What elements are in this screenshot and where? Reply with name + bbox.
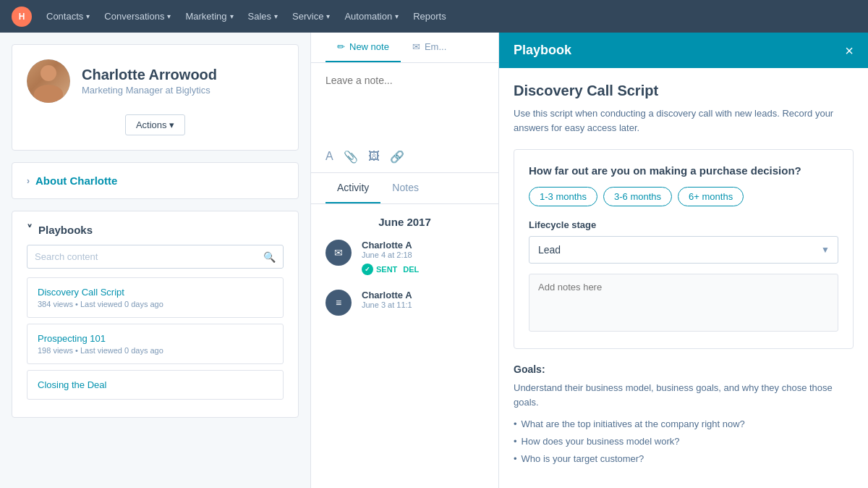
contact-info: Charlotte Arrowood Marketing Manager at … [82, 67, 217, 96]
about-section[interactable]: › About Charlotte [12, 162, 299, 199]
question-card: How far out are you on making a purchase… [514, 149, 854, 349]
link-icon[interactable]: 🔗 [390, 150, 404, 164]
tab-activity[interactable]: Activity [326, 173, 380, 203]
lifecycle-select[interactable]: Lead Subscriber Marketing Qualified Lead… [529, 236, 838, 264]
goals-section: Goals: Understand their business model, … [514, 363, 854, 466]
playbook-header: Playbook × [499, 33, 868, 68]
nav-marketing[interactable]: Marketing ▾ [185, 11, 233, 22]
contact-title: Marketing Manager at Biglytics [82, 85, 217, 96]
top-navigation: H Contacts ▾ Conversations ▾ Marketing ▾… [0, 0, 868, 33]
nav-sales[interactable]: Sales ▾ [248, 11, 278, 22]
playbook-title: Prospecting 101 [38, 333, 273, 344]
playbook-body: Discovery Call Script Use this script wh… [499, 68, 868, 488]
playbook-meta: 384 views • Last viewed 0 days ago [38, 300, 273, 308]
note-toolbar: A 📎 🖼 🔗 [311, 150, 498, 173]
text-format-icon[interactable]: A [326, 150, 333, 164]
avatar-image [27, 59, 70, 103]
contact-header: Charlotte Arrowood Marketing Manager at … [27, 59, 284, 103]
chevron-down-icon: ▾ [395, 12, 399, 20]
close-button[interactable]: × [845, 43, 854, 58]
attach-icon[interactable]: 📎 [344, 150, 358, 164]
list-item[interactable]: Discovery Call Script 384 views • Last v… [27, 277, 284, 318]
bullet-item: • Who is your target customer? [514, 453, 854, 466]
note-area [311, 63, 498, 150]
avatar [27, 59, 70, 103]
about-section-title[interactable]: › About Charlotte [27, 174, 284, 187]
email-activity-icon: ✉ [326, 240, 352, 266]
bullet-item: • What are the top initiatives at the co… [514, 418, 854, 431]
tab-notes[interactable]: Notes [380, 173, 430, 203]
list-item[interactable]: Prospecting 101 198 views • Last viewed … [27, 324, 284, 364]
middle-panel: ✏ New note ✉ Em... A 📎 🖼 🔗 Activity Note… [311, 33, 499, 488]
chevron-down-icon: ▾ [274, 12, 278, 20]
tab-new-note[interactable]: ✏ New note [326, 33, 401, 62]
actions-area: Actions ▾ [27, 114, 284, 135]
activity-feed: ✉ Charlotte A June 4 at 2:18 SENT DEL ≡ … [311, 240, 498, 316]
activity-month: June 2017 [311, 204, 498, 240]
contact-name: Charlotte Arrowood [82, 67, 217, 83]
nav-contacts[interactable]: Contacts ▾ [46, 11, 90, 22]
goals-title: Goals: [514, 363, 854, 375]
activity-content: Charlotte A June 3 at 11:1 [362, 290, 484, 316]
nav-automation[interactable]: Automation ▾ [344, 11, 399, 22]
goals-description: Understand their business model, busines… [514, 381, 854, 409]
left-sidebar: Charlotte Arrowood Marketing Manager at … [0, 33, 311, 488]
search-input[interactable] [35, 245, 263, 268]
playbook-header-title: Playbook [514, 43, 571, 58]
playbook-title: Discovery Call Script [514, 83, 854, 99]
activity-contact-name: Charlotte A [362, 240, 484, 251]
chevron-down-icon: ▾ [86, 12, 90, 20]
playbook-panel: Playbook × Discovery Call Script Use thi… [499, 33, 868, 488]
hubspot-logo[interactable]: H [12, 7, 32, 27]
option-6-plus-months[interactable]: 6+ months [678, 187, 744, 206]
bullet-item: • How does your business model work? [514, 435, 854, 448]
actions-button[interactable]: Actions ▾ [125, 114, 185, 135]
search-box[interactable]: 🔍 [27, 245, 284, 269]
playbooks-section: ˅ Playbooks 🔍 Discovery Call Script 384 … [12, 211, 299, 418]
notes-textarea[interactable] [529, 274, 838, 332]
option-3-6-months[interactable]: 3-6 months [603, 187, 672, 206]
activity-content: Charlotte A June 4 at 2:18 SENT DEL [362, 240, 484, 275]
playbook-title: Discovery Call Script [38, 287, 273, 298]
note-tabs: ✏ New note ✉ Em... [311, 33, 498, 63]
lifecycle-select-wrapper: Lead Subscriber Marketing Qualified Lead… [529, 236, 838, 264]
pencil-icon: ✏ [337, 41, 345, 52]
activity-contact-name: Charlotte A [362, 290, 484, 300]
image-icon[interactable]: 🖼 [368, 150, 380, 164]
chevron-down-icon: ˅ [27, 223, 33, 236]
note-activity-icon: ≡ [326, 290, 352, 316]
playbook-description: Use this script when conducting a discov… [514, 106, 854, 135]
activity-time: June 4 at 2:18 [362, 251, 484, 259]
search-icon[interactable]: 🔍 [263, 251, 276, 263]
sent-badge: SENT [362, 264, 397, 275]
table-row: ≡ Charlotte A June 3 at 11:1 [326, 290, 484, 316]
playbooks-section-title[interactable]: ˅ Playbooks [27, 223, 284, 236]
lifecycle-label: Lifecycle stage [529, 219, 838, 230]
playbook-title: Closing the Deal [38, 379, 273, 390]
chevron-right-icon: › [27, 176, 30, 186]
nav-conversations[interactable]: Conversations ▾ [104, 11, 171, 22]
nav-service[interactable]: Service ▾ [292, 11, 330, 22]
playbook-meta: 198 views • Last viewed 0 days ago [38, 346, 273, 355]
activity-tabs: Activity Notes [311, 173, 498, 204]
chevron-down-icon: ▾ [230, 12, 234, 20]
contact-card: Charlotte Arrowood Marketing Manager at … [12, 44, 299, 151]
option-buttons: 1-3 months 3-6 months 6+ months [529, 187, 838, 206]
tab-email[interactable]: ✉ Em... [401, 33, 458, 62]
activity-time: June 3 at 11:1 [362, 300, 484, 309]
list-item[interactable]: Closing the Deal [27, 370, 284, 400]
main-layout: Charlotte Arrowood Marketing Manager at … [0, 33, 868, 488]
option-1-3-months[interactable]: 1-3 months [529, 187, 597, 206]
nav-reports[interactable]: Reports [413, 11, 446, 22]
note-textarea[interactable] [326, 75, 484, 132]
activity-badges: SENT DEL [362, 264, 484, 275]
chevron-down-icon: ▾ [167, 12, 171, 20]
email-icon: ✉ [412, 41, 420, 52]
chevron-down-icon: ▾ [326, 12, 330, 20]
question-text: How far out are you on making a purchase… [529, 164, 838, 177]
table-row: ✉ Charlotte A June 4 at 2:18 SENT DEL [326, 240, 484, 275]
delivered-badge: DEL [403, 264, 419, 275]
